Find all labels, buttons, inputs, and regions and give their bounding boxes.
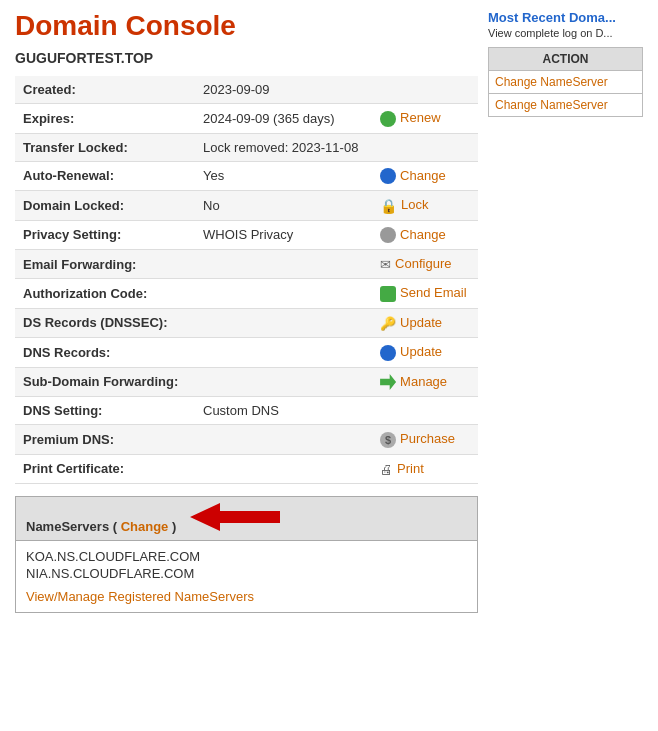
table-row: Sub-Domain Forwarding:Manage [15, 367, 478, 397]
table-row: Privacy Setting:WHOIS PrivacyChange [15, 220, 478, 250]
lock-icon: 🔒 [380, 197, 401, 212]
table-row: Created:2023-09-09 [15, 76, 478, 104]
red-arrow-icon [190, 503, 280, 531]
field-value [195, 250, 372, 279]
field-value [195, 308, 372, 337]
nameservers-header-prefix: NameServers ( [26, 519, 121, 534]
auth-code-icon [380, 286, 396, 302]
field-label: DNS Setting: [15, 397, 195, 425]
table-row: Premium DNS:$Purchase [15, 425, 478, 455]
field-action: Change [372, 220, 478, 250]
field-action: 🖨Print [372, 454, 478, 483]
field-label: Created: [15, 76, 195, 104]
view-manage-nameservers-link[interactable]: View/Manage Registered NameServers [26, 589, 254, 604]
table-row: Auto-Renewal:YesChange [15, 161, 478, 191]
field-value: Lock removed: 2023-11-08 [195, 133, 372, 161]
field-label: Email Forwarding: [15, 250, 195, 279]
field-value: Custom DNS [195, 397, 372, 425]
info-table: Created:2023-09-09Expires:2024-09-09 (36… [15, 76, 478, 484]
ns-entry-2: NIA.NS.CLOUDFLARE.COM [26, 566, 467, 581]
action-link[interactable]: Change [400, 168, 446, 183]
field-label: Auto-Renewal: [15, 161, 195, 191]
table-row: Email Forwarding:✉Configure [15, 250, 478, 279]
field-value: WHOIS Privacy [195, 220, 372, 250]
field-label: Privacy Setting: [15, 220, 195, 250]
field-label: Domain Locked: [15, 191, 195, 221]
field-label: Sub-Domain Forwarding: [15, 367, 195, 397]
nameservers-body: KOA.NS.CLOUDFLARE.COM NIA.NS.CLOUDFLARE.… [16, 541, 477, 612]
action-link[interactable]: Manage [400, 374, 447, 389]
action-link[interactable]: Update [400, 344, 442, 359]
field-label: Print Certificate: [15, 454, 195, 483]
field-action [372, 76, 478, 104]
ns-manage-link-wrapper: View/Manage Registered NameServers [26, 589, 467, 604]
table-row: DNS Setting:Custom DNS [15, 397, 478, 425]
field-action: Renew [372, 104, 478, 134]
field-value [195, 425, 372, 455]
action-link[interactable]: Print [397, 461, 424, 476]
sidebar-action-link[interactable]: Change NameServer [495, 75, 608, 89]
field-value: 2023-09-09 [195, 76, 372, 104]
table-row: Expires:2024-09-09 (365 days)Renew [15, 104, 478, 134]
table-row: Transfer Locked:Lock removed: 2023-11-08 [15, 133, 478, 161]
action-link[interactable]: Purchase [400, 431, 455, 446]
sidebar-action-link[interactable]: Change NameServer [495, 98, 608, 112]
domain-name: GUGUFORTEST.TOP [15, 50, 478, 66]
action-link[interactable]: Configure [395, 256, 451, 271]
field-action: Change [372, 161, 478, 191]
field-label: DS Records (DNSSEC): [15, 308, 195, 337]
field-action: Manage [372, 367, 478, 397]
field-action: ✉Configure [372, 250, 478, 279]
premium-dns-icon: $ [380, 432, 396, 448]
field-value [195, 367, 372, 397]
field-label: Authorization Code: [15, 279, 195, 309]
field-value [195, 337, 372, 367]
field-action: 🔑Update [372, 308, 478, 337]
renew-icon [380, 111, 396, 127]
field-value: Yes [195, 161, 372, 191]
field-label: Premium DNS: [15, 425, 195, 455]
field-label: Expires: [15, 104, 195, 134]
table-row: Domain Locked:No🔒Lock [15, 191, 478, 221]
nameservers-change-link[interactable]: Change [121, 519, 169, 534]
field-action: Send Email [372, 279, 478, 309]
dnssec-icon: 🔑 [380, 315, 400, 330]
field-action: Update [372, 337, 478, 367]
field-label: Transfer Locked: [15, 133, 195, 161]
field-action [372, 133, 478, 161]
sidebar-action-header: ACTION [489, 48, 643, 71]
field-label: DNS Records: [15, 337, 195, 367]
field-value [195, 279, 372, 309]
field-value [195, 454, 372, 483]
sidebar-title: Most Recent Doma... [488, 10, 643, 25]
table-row: Authorization Code:Send Email [15, 279, 478, 309]
action-link[interactable]: Change [400, 227, 446, 242]
dns-icon [380, 345, 396, 361]
field-value: No [195, 191, 372, 221]
field-action: $Purchase [372, 425, 478, 455]
sidebar-action-item[interactable]: Change NameServer [489, 94, 643, 117]
subdomain-icon [380, 374, 400, 389]
sidebar-subtitle: View complete log on D... [488, 27, 643, 39]
action-link[interactable]: Update [400, 315, 442, 330]
table-row: Print Certificate:🖨Print [15, 454, 478, 483]
page-title: Domain Console [15, 10, 478, 42]
svg-marker-0 [190, 503, 280, 531]
sidebar-action-table: ACTION Change NameServerChange NameServe… [488, 47, 643, 117]
sidebar-action-item[interactable]: Change NameServer [489, 71, 643, 94]
field-action [372, 397, 478, 425]
field-value: 2024-09-09 (365 days) [195, 104, 372, 134]
action-link[interactable]: Lock [401, 197, 428, 212]
privacy-icon [380, 227, 396, 243]
auto-renewal-icon [380, 168, 396, 184]
nameservers-header-suffix: ) [168, 519, 176, 534]
nameservers-section: NameServers ( Change ) KOA.NS.CLOUDFLARE… [15, 496, 478, 613]
field-action: 🔒Lock [372, 191, 478, 221]
sidebar: Most Recent Doma... View complete log on… [488, 10, 643, 613]
table-row: DNS Records:Update [15, 337, 478, 367]
action-link[interactable]: Renew [400, 110, 440, 125]
action-link[interactable]: Send Email [400, 285, 466, 300]
print-icon: 🖨 [380, 461, 397, 476]
table-row: DS Records (DNSSEC):🔑Update [15, 308, 478, 337]
ns-entry-1: KOA.NS.CLOUDFLARE.COM [26, 549, 467, 564]
